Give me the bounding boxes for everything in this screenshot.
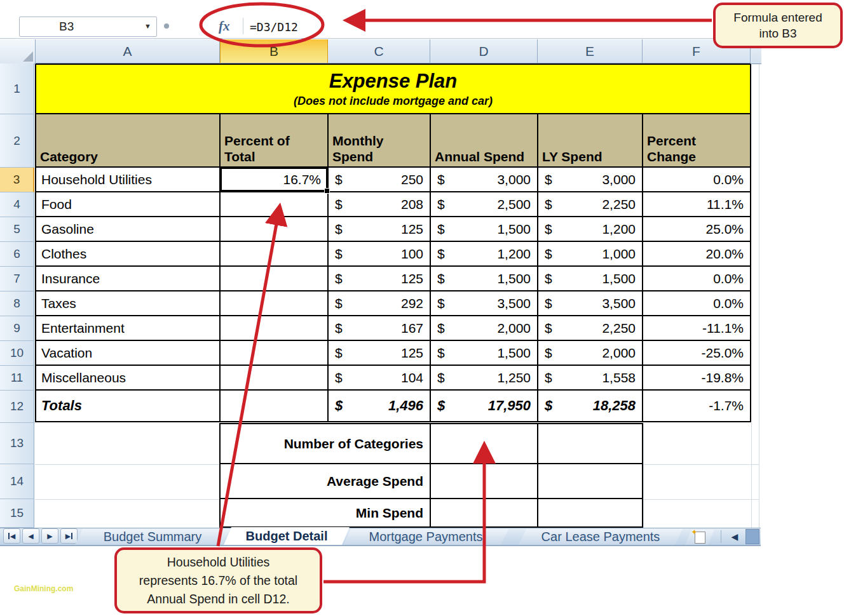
cell-empty[interactable] — [221, 242, 327, 265]
column-header-a[interactable]: A — [36, 39, 220, 64]
cell-category[interactable]: Taxes — [36, 291, 219, 315]
summary-label-min-spend[interactable]: Min Spend — [221, 499, 430, 526]
row-header-10[interactable]: 10 — [0, 341, 34, 366]
tab-budget-detail-active[interactable]: Budget Detail — [224, 527, 350, 545]
cell-change[interactable]: 11.1% — [643, 192, 750, 216]
tab-budget-summary[interactable]: Budget Summary — [75, 529, 230, 545]
cell-ly[interactable]: $2,250 — [538, 192, 642, 216]
last-sheet-button[interactable]: ▶ — [60, 528, 78, 544]
cell-annual[interactable]: $1,500 — [431, 267, 537, 290]
header-percent-change[interactable]: Percent Change — [643, 114, 750, 166]
cell-empty[interactable] — [431, 464, 537, 498]
cell-category[interactable]: Insurance — [36, 267, 219, 290]
insert-function-icon[interactable]: fx — [219, 18, 230, 34]
tab-car-lease-payments[interactable]: Car Lease Payments — [519, 529, 683, 545]
row-header-7[interactable]: 7 — [0, 267, 34, 291]
cell-empty[interactable] — [538, 424, 642, 463]
cell-annual[interactable]: $1,500 — [431, 341, 537, 365]
row-header-5[interactable]: 5 — [0, 217, 34, 242]
cell-empty[interactable] — [221, 217, 327, 241]
cell-monthly[interactable]: $125 — [329, 217, 430, 241]
header-annual-spend[interactable]: Annual Spend — [431, 114, 537, 166]
cell-annual[interactable]: $1,500 — [431, 217, 537, 241]
cell-monthly[interactable]: $100 — [329, 242, 430, 265]
formula-input[interactable]: =D3/D12 — [250, 20, 298, 34]
fill-handle[interactable] — [324, 188, 330, 194]
column-header-c[interactable]: C — [328, 39, 430, 64]
row-header-2[interactable]: 2 — [0, 114, 34, 168]
row-header-9[interactable]: 9 — [0, 316, 34, 341]
select-all-corner[interactable] — [0, 39, 36, 64]
cell-monthly[interactable]: $125 — [329, 341, 430, 365]
cell-monthly[interactable]: $125 — [329, 267, 430, 290]
name-box-dropdown-icon[interactable]: ▼ — [144, 22, 151, 30]
cell-empty[interactable] — [221, 366, 327, 389]
cell-empty[interactable] — [538, 499, 642, 526]
cell-change[interactable]: 0.0% — [643, 291, 750, 315]
cell-annual[interactable]: $3,000 — [431, 168, 537, 191]
cell-change[interactable]: -25.0% — [643, 341, 750, 365]
cell-category[interactable]: Gasoline — [36, 217, 219, 241]
summary-label-number-of-categories[interactable]: Number of Categories — [221, 424, 430, 463]
cell-category[interactable]: Food — [36, 192, 219, 216]
cell-change[interactable]: -19.8% — [643, 366, 750, 389]
cell-ly[interactable]: $1,558 — [538, 366, 642, 389]
totals-label[interactable]: Totals — [36, 391, 219, 421]
cell-ly[interactable]: $1,000 — [538, 242, 642, 265]
row-header-13[interactable]: 13 — [0, 423, 34, 464]
cell-empty[interactable] — [221, 291, 327, 315]
header-percent-of-total[interactable]: Percent of Total — [221, 114, 327, 166]
previous-sheet-button[interactable]: ◀ — [22, 528, 39, 544]
cell-monthly[interactable]: $250 — [329, 168, 430, 191]
totals-ly[interactable]: $18,258 — [538, 391, 642, 421]
row-header-1[interactable]: 1 — [0, 64, 34, 114]
cell-empty[interactable] — [221, 316, 327, 340]
cell-b3-selected[interactable]: 16.7% — [221, 168, 327, 191]
first-sheet-button[interactable]: ◀ — [3, 528, 20, 544]
cell-empty[interactable] — [431, 499, 537, 526]
tab-mortgage-payments[interactable]: Mortgage Payments — [343, 529, 508, 545]
row-header-3-active[interactable]: 3 — [0, 168, 34, 192]
cell-empty[interactable] — [221, 267, 327, 290]
cell-annual[interactable]: $1,200 — [431, 242, 537, 265]
row-header-11[interactable]: 11 — [0, 366, 34, 391]
cell-ly[interactable]: $2,250 — [538, 316, 642, 340]
scroll-left-button[interactable]: ◀ — [724, 529, 745, 544]
cell-ly[interactable]: $1,500 — [538, 267, 642, 290]
cell-empty[interactable] — [431, 424, 537, 463]
cell-annual[interactable]: $1,250 — [431, 366, 537, 389]
column-header-b-selected[interactable]: B — [220, 39, 328, 64]
cell-change[interactable]: 25.0% — [643, 217, 750, 241]
title-cell[interactable]: Expense Plan (Does not include mortgage … — [36, 65, 750, 113]
cell-annual[interactable]: $2,000 — [431, 316, 537, 340]
cell-change[interactable]: -11.1% — [643, 316, 750, 340]
cell-ly[interactable]: $2,000 — [538, 341, 642, 365]
cell-empty[interactable] — [221, 391, 327, 421]
header-category[interactable]: Category — [36, 114, 219, 166]
cell-monthly[interactable]: $292 — [329, 291, 430, 315]
cell-annual[interactable]: $3,500 — [431, 291, 537, 315]
cell-empty[interactable] — [221, 341, 327, 365]
cell-monthly[interactable]: $208 — [329, 192, 430, 216]
row-header-8[interactable]: 8 — [0, 291, 34, 316]
row-header-15[interactable]: 15 — [0, 499, 34, 528]
row-header-14[interactable]: 14 — [0, 464, 34, 499]
cell-category[interactable]: Vacation — [36, 341, 219, 365]
cell-ly[interactable]: $3,000 — [538, 168, 642, 191]
insert-worksheet-button[interactable]: ✦ — [685, 530, 714, 545]
cell-empty[interactable] — [538, 464, 642, 498]
row-header-4[interactable]: 4 — [0, 192, 34, 217]
cell-change[interactable]: 20.0% — [643, 242, 750, 265]
name-box[interactable]: B3 ▼ — [19, 17, 157, 37]
totals-annual[interactable]: $17,950 — [431, 391, 537, 421]
cell-ly[interactable]: $3,500 — [538, 291, 642, 315]
cell-category[interactable]: Household Utilities — [36, 168, 219, 191]
row-header-12[interactable]: 12 — [0, 391, 34, 423]
cell-category[interactable]: Entertainment — [36, 316, 219, 340]
header-monthly-spend[interactable]: Monthly Spend — [329, 114, 430, 166]
cell-category[interactable]: Miscellaneous — [36, 366, 219, 389]
cell-empty[interactable] — [221, 192, 327, 216]
column-header-e[interactable]: E — [538, 39, 643, 64]
cell-change[interactable]: 0.0% — [643, 168, 750, 191]
cell-category[interactable]: Clothes — [36, 242, 219, 265]
